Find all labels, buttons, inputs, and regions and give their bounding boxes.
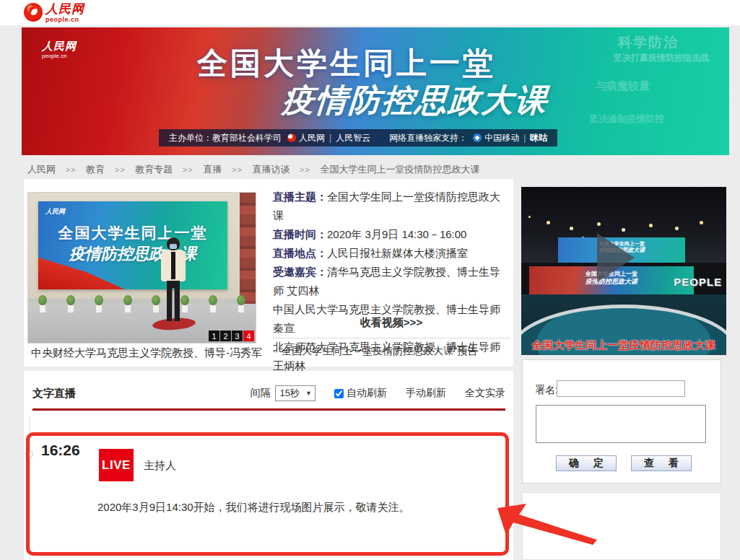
signature-label: 署名: xyxy=(535,384,558,397)
event-banner: 人民网 people.cn 全国大学生同上一堂 疫情防控思政大课 科学防治 坚决… xyxy=(22,27,729,155)
auto-refresh-toggle[interactable]: 自动刷新 xyxy=(334,387,387,400)
auto-refresh-label: 自动刷新 xyxy=(347,387,387,400)
banner-title-line2: 疫情防控思政大课 xyxy=(262,79,568,122)
chevron-down-icon: ▼ xyxy=(305,390,312,397)
photo-caption: 中央财经大学马克思主义学院教授、博导-冯秀军 xyxy=(31,346,262,360)
breadcrumb-item-home[interactable]: 人民网 xyxy=(27,164,56,175)
breadcrumb-separator: >> xyxy=(183,165,193,174)
breadcrumb-item-current[interactable]: 全国大学生同上一堂疫情防控思政大课 xyxy=(321,164,480,175)
photo-board-title1: 全国大学生同上一堂 xyxy=(38,223,227,243)
breadcrumb-separator: >> xyxy=(66,165,77,174)
breadcrumb-separator: >> xyxy=(300,165,310,174)
photo-bookshelf xyxy=(240,193,256,305)
banner-logo-title: 人民网 xyxy=(42,40,77,52)
watch-video-link[interactable]: 收看视频>>> xyxy=(273,316,510,330)
signature-input[interactable] xyxy=(557,380,685,397)
banner-watermark: 坚决打赢疫情防控阻击战 xyxy=(614,52,709,64)
strip-divider: | xyxy=(523,133,526,143)
dotted-divider xyxy=(273,338,510,338)
banner-title-line1: 全国大学生同上一堂 xyxy=(166,43,527,84)
live-section-title: 文字直播 xyxy=(32,387,76,401)
detail-label: 直播主题： xyxy=(273,191,327,203)
entry-speaker: 主持人 xyxy=(144,459,176,473)
banner-watermark: 与病魔较量 xyxy=(596,79,650,93)
host-label: 主办单位：教育部社会科学司 xyxy=(169,132,282,144)
detail-label: 受邀嘉宾： xyxy=(273,266,327,278)
timeline-dot xyxy=(25,450,33,458)
photo-page-4-active[interactable]: 4 xyxy=(243,331,254,341)
breadcrumb-item-live[interactable]: 直播 xyxy=(203,164,222,175)
preview-notice-text: “全国大学生同上一堂疫情防控思政大课”预告 xyxy=(279,345,477,356)
photo-page-1[interactable]: 1 xyxy=(209,331,219,341)
plants-row xyxy=(28,291,256,312)
zhiyun-label: 人民智云 xyxy=(336,132,370,144)
banner-watermark: 科学防治 xyxy=(618,33,679,52)
logo-title: 人民网 xyxy=(45,2,84,16)
banner-sponsor-strip: 主办单位：教育部社会科学司 人民网 | 人民智云 网络直播独家支持： 中国移动 … xyxy=(159,129,557,146)
studio-lights xyxy=(528,216,531,218)
banner-watermark: 坚决遏制疫情防控 xyxy=(589,113,664,126)
detail-row-place: 直播地点：人民日报社新媒体大楼演播室 xyxy=(273,244,510,263)
breadcrumb-separator: >> xyxy=(115,165,126,174)
photo-page-3[interactable]: 3 xyxy=(232,331,243,341)
photo-board-logo: 人民网 xyxy=(45,207,65,216)
people-letters: PEOPLE xyxy=(674,276,722,288)
right-extra-panel xyxy=(522,492,721,560)
entry-message: 2020年3月9日14:30开始，我们将进行现场图片展示，敬请关注。 xyxy=(97,501,487,515)
breadcrumb: 人民网 >> 教育 >> 教育专题 >> 直播 >> 直播访谈 >> 全国大学生… xyxy=(27,163,480,176)
live-badge: LIVE xyxy=(99,449,134,481)
china-mobile-label: 中国移动 xyxy=(484,132,519,144)
video-caption: 全国大学生同上一堂疫情防控思政大课 xyxy=(521,338,726,352)
breadcrumb-separator: >> xyxy=(232,165,243,174)
china-mobile-logo-icon xyxy=(473,134,482,142)
full-transcript-link[interactable]: 全文实录 xyxy=(465,387,505,400)
photo-page-2[interactable]: 2 xyxy=(220,331,231,341)
guest-photo[interactable]: 人民网 全国大学生同上一堂 疫情防控思政大课 1 2 3 4 xyxy=(27,192,256,344)
breadcrumb-item-edu-topics[interactable]: 教育专题 xyxy=(135,164,173,175)
comment-form: 署名: 确 定 查 看 xyxy=(522,359,721,484)
section-rule xyxy=(32,408,505,411)
photo-board-title2: 疫情防控思政大课 xyxy=(38,243,227,265)
video-player[interactable]: 全国大学生同上一堂 疫情防控思政大课 全国大学生同上一堂 疫情防控思政大课 PE… xyxy=(521,187,726,355)
detail-value: 人民日报社新媒体大楼演播室 xyxy=(327,247,468,259)
play-button-icon[interactable] xyxy=(597,233,635,282)
detail-row-guests: 受邀嘉宾：清华马克思主义学院教授、博士生导师 艾四林 xyxy=(273,263,510,300)
detail-label: 直播时间： xyxy=(273,228,327,240)
people-cn-mini-logo-icon xyxy=(287,134,296,142)
breadcrumb-item-education[interactable]: 教育 xyxy=(86,164,105,175)
people-cn-logo[interactable]: 人民网 people.cn xyxy=(24,3,84,23)
bullet-icon: · xyxy=(273,345,277,356)
strip-divider: | xyxy=(329,133,331,143)
manual-refresh-link[interactable]: 手动刷新 xyxy=(406,387,446,400)
entry-time: 16:26 xyxy=(41,442,80,459)
view-button[interactable]: 查 看 xyxy=(631,455,692,471)
migu-label: 咪咕 xyxy=(530,132,547,144)
people-cn-logo-icon xyxy=(24,3,43,22)
photo-pagination: 1 2 3 4 xyxy=(208,331,254,341)
top-bar: 人民网 people.cn xyxy=(0,0,740,26)
logo-subtitle: people.cn xyxy=(45,17,84,23)
live-text-panel: 文字直播 间隔 15秒 ▼ 自动刷新 手动刷新 全文实录 16:26 LIVE … xyxy=(24,371,513,560)
page: 人民网 people.cn 人民网 people.cn 全国大学生同上一堂 疫情… xyxy=(0,0,740,560)
timeline-line xyxy=(30,416,30,560)
preview-notice-link[interactable]: ·“全国大学生同上一堂疫情防控思政大课”预告 xyxy=(273,345,510,358)
auto-refresh-checkbox[interactable] xyxy=(334,389,344,398)
detail-value: 2020年 3月9日 14:30－16:00 xyxy=(327,228,466,240)
people-logo-text: 人民网 xyxy=(299,132,325,144)
banner-logo-subtitle: people.cn xyxy=(42,53,77,59)
submit-button[interactable]: 确 定 xyxy=(556,455,617,471)
support-label: 网络直播独家支持： xyxy=(389,132,467,144)
detail-row-time: 直播时间：2020年 3月9日 14:30－16:00 xyxy=(273,225,510,244)
interval-select[interactable]: 15秒 ▼ xyxy=(275,385,315,401)
event-info-panel: 人民网 全国大学生同上一堂 疫情防控思政大课 1 2 3 4 中央财经大学马克思… xyxy=(24,179,513,367)
banner-logo: 人民网 people.cn xyxy=(42,40,77,59)
detail-row-topic: 直播主题：全国大学生同上一堂疫情防控思政大课 xyxy=(273,188,510,225)
interval-label: 间隔 xyxy=(251,387,271,400)
photo-backdrop-board: 人民网 全国大学生同上一堂 疫情防控思政大课 xyxy=(38,201,227,289)
interval-value: 15秒 xyxy=(280,387,300,400)
comment-textarea[interactable] xyxy=(536,405,706,443)
breadcrumb-item-live-interview[interactable]: 直播访谈 xyxy=(252,164,290,175)
detail-label: 直播地点： xyxy=(273,247,327,259)
guest-person xyxy=(157,237,190,330)
